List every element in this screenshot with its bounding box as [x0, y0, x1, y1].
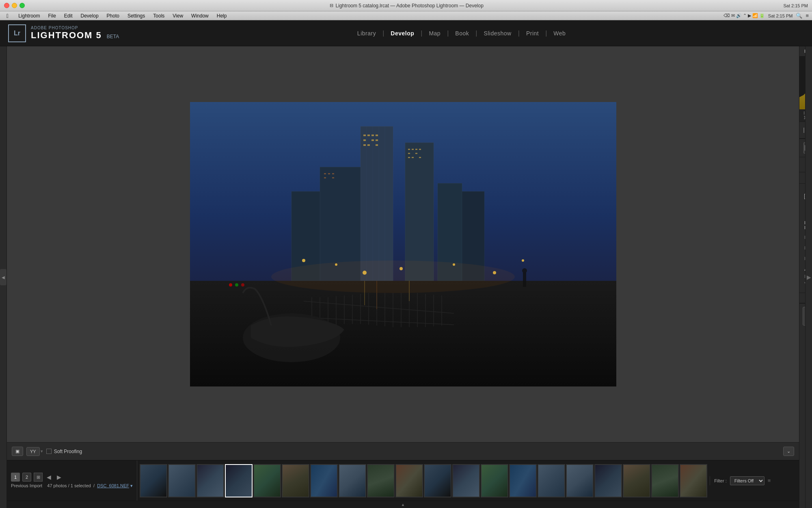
svg-rect-19 — [412, 149, 414, 150]
bottom-buttons: Previous Reset (Adobe) — [799, 304, 805, 329]
soft-proofing-checkbox[interactable] — [46, 449, 52, 454]
film-thumb[interactable] — [680, 464, 707, 497]
nav-map[interactable]: Map — [423, 28, 446, 39]
film-thumb[interactable] — [566, 464, 594, 497]
filename-dropdown[interactable]: ▾ — [130, 483, 133, 488]
hist-metadata: ISO 1600 17 mm f / 2.8 1/50 sec — [799, 109, 805, 122]
notification-icon[interactable]: ≡ — [806, 13, 809, 19]
nav-book[interactable]: Book — [449, 28, 475, 39]
film-thumb[interactable] — [395, 464, 423, 497]
film-thumb[interactable] — [253, 464, 281, 497]
lens-corrections-header[interactable]: Lens Corrections ▾ — [799, 157, 805, 172]
tool-icons-row — [799, 139, 805, 157]
filmstrip-prev-arrow[interactable]: ◀ — [45, 474, 53, 480]
svg-rect-30 — [332, 173, 334, 174]
svg-point-69 — [229, 283, 232, 287]
tools-menu[interactable]: Tools — [150, 12, 168, 20]
app-header: Lr ADOBE PHOTOSHOP LIGHTROOM 5 BETA Libr… — [0, 20, 812, 46]
lightroom-menu[interactable]: Lightroom — [15, 12, 43, 20]
filename-link[interactable]: DSC_6081.NEF — [97, 483, 129, 488]
photo-toolbar: ▣ YY ▾ Soft Proofing ⌄ — [7, 442, 799, 460]
settings-menu[interactable]: Settings — [124, 12, 148, 20]
svg-rect-14 — [363, 144, 366, 146]
fullscreen-toggle[interactable]: ⌄ — [783, 447, 794, 456]
soft-proofing-row: Soft Proofing — [46, 449, 82, 454]
filmstrip-tab-2[interactable]: 2 — [22, 473, 31, 482]
film-thumb[interactable] — [282, 464, 309, 497]
svg-point-70 — [235, 283, 238, 287]
film-thumb[interactable] — [481, 464, 508, 497]
film-thumb[interactable] — [339, 464, 366, 497]
film-thumb[interactable] — [225, 464, 253, 497]
film-thumb[interactable] — [538, 464, 565, 497]
filmstrip: 1 2 ⊞ ◀ ▶ Previous Import 47 photos / 1 … — [7, 460, 799, 501]
file-menu[interactable]: File — [45, 12, 59, 20]
photo-menu[interactable]: Photo — [104, 12, 123, 20]
film-thumb[interactable] — [651, 464, 679, 497]
develop-menu[interactable]: Develop — [78, 12, 102, 20]
nav-print[interactable]: Print — [520, 28, 544, 39]
close-button[interactable] — [4, 3, 9, 8]
film-thumb[interactable] — [594, 464, 622, 497]
bottom-arrow[interactable]: ▲ — [401, 502, 405, 507]
filter-select[interactable]: Filters Off Flagged Unflagged 5 Stars — [730, 476, 764, 485]
edit-menu[interactable]: Edit — [61, 12, 76, 20]
film-thumb[interactable] — [168, 464, 196, 497]
filmstrip-collapse[interactable]: ≡ — [768, 478, 771, 484]
window-menu[interactable]: Window — [188, 12, 212, 20]
lc-tabs: Basic Profile Color Manual — [799, 172, 805, 184]
import-label: Previous Import — [11, 483, 42, 488]
film-thumb[interactable] — [424, 464, 451, 497]
filmstrip-grid-btn[interactable]: ⊞ — [34, 473, 43, 482]
window-title: ⊟ Lightroom 5 catalog.lrcat — Adobe Phot… — [30, 3, 783, 9]
minimize-button[interactable] — [12, 3, 17, 8]
nav-develop[interactable]: Develop — [385, 28, 420, 39]
svg-rect-21 — [419, 149, 421, 150]
view-mode-button[interactable]: ▣ — [12, 447, 23, 456]
maximize-button[interactable] — [19, 3, 25, 8]
film-thumb[interactable] — [310, 464, 338, 497]
right-panel-toggle[interactable]: ▶ — [805, 46, 812, 508]
bottom-strip: ▲ — [7, 501, 799, 508]
histogram-section: Histogram ▾ ◀ ▶ — [799, 46, 805, 139]
effects-section: Effects ▾ — [799, 293, 805, 304]
svg-rect-18 — [408, 149, 410, 150]
filmstrip-tab-1[interactable]: 1 — [11, 473, 20, 482]
film-thumb[interactable] — [509, 464, 537, 497]
yy-button[interactable]: YY — [26, 447, 40, 456]
filmstrip-filter: Filter : Filters Off Flagged Unflagged 5… — [710, 476, 799, 485]
soft-proofing-label: Soft Proofing — [54, 449, 82, 454]
spotlight-icon[interactable]: 🔍 — [796, 13, 802, 19]
system-time: Sat 2:15 PM — [768, 13, 793, 18]
original-photo-checkbox[interactable] — [803, 128, 804, 133]
film-thumb[interactable] — [197, 464, 224, 497]
filmstrip-nav: 1 2 ⊞ ◀ ▶ Previous Import 47 photos / 1 … — [7, 460, 137, 501]
svg-rect-1 — [361, 126, 393, 281]
left-panel-toggle[interactable]: ◀ — [0, 269, 6, 285]
help-menu[interactable]: Help — [214, 12, 230, 20]
apple-menu[interactable]:  — [3, 12, 12, 20]
view-menu[interactable]: View — [169, 12, 186, 20]
yy-dropdown[interactable]: ▾ — [41, 449, 43, 454]
svg-rect-25 — [412, 157, 414, 158]
svg-rect-28 — [324, 173, 326, 174]
photo-container[interactable] — [190, 102, 616, 386]
filmstrip-next-arrow[interactable]: ▶ — [55, 474, 63, 480]
left-panel: ◀ — [0, 46, 7, 508]
nav-web[interactable]: Web — [548, 28, 571, 39]
film-thumb[interactable] — [367, 464, 395, 497]
histogram-svg — [799, 56, 805, 109]
app-name-block: ADOBE PHOTOSHOP LIGHTROOM 5 BETA — [31, 26, 119, 41]
top-nav: Library | Develop | Map | Book | Slidesh… — [119, 28, 804, 39]
nav-slideshow[interactable]: Slideshow — [478, 28, 517, 39]
effects-header[interactable]: Effects ▾ — [799, 293, 805, 303]
right-panel: Histogram ▾ ◀ ▶ — [799, 46, 805, 508]
traffic-lights — [4, 3, 25, 8]
histogram-header[interactable]: Histogram ▾ — [799, 46, 805, 56]
nav-library[interactable]: Library — [352, 28, 382, 39]
film-thumb[interactable] — [140, 464, 167, 497]
menu-bar:  Lightroom File Edit Develop Photo Sett… — [0, 11, 812, 20]
film-thumb[interactable] — [452, 464, 480, 497]
svg-rect-20 — [415, 149, 417, 150]
film-thumb[interactable] — [623, 464, 650, 497]
